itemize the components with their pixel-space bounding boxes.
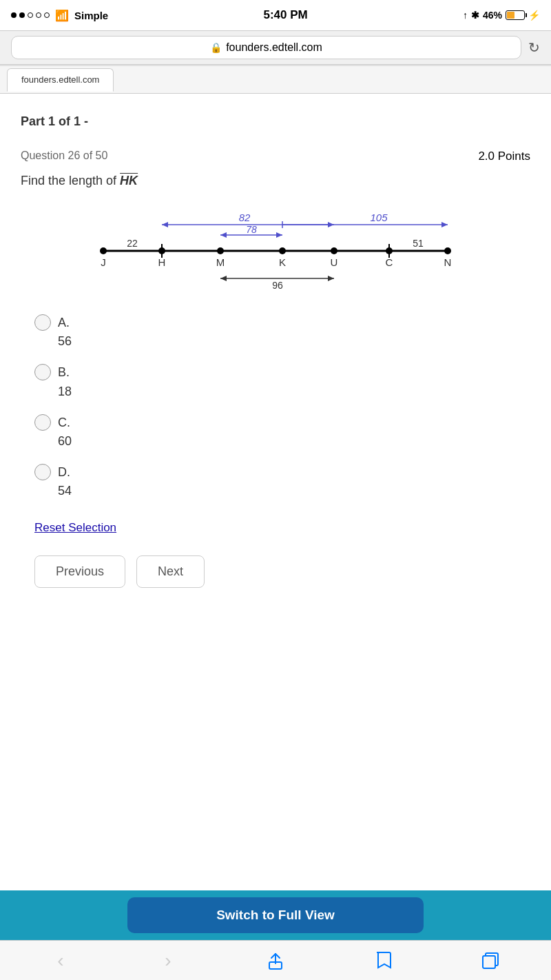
svg-marker-33 — [328, 276, 334, 281]
browser-bar: 🔒 founders.edtell.com ↻ — [0, 30, 551, 65]
question-number: Question 26 of 50 — [21, 150, 107, 162]
reset-selection-link[interactable]: Reset Selection — [34, 521, 116, 535]
svg-rect-37 — [483, 956, 495, 968]
carrier-info: 📶 Simple — [11, 9, 108, 22]
question-prefix: Find the length of — [21, 174, 120, 187]
answer-choices: A. 56 B. 18 C. 60 D. 54 Reset S — [21, 314, 530, 535]
svg-text:82: 82 — [239, 212, 251, 223]
svg-text:22: 22 — [127, 238, 138, 249]
svg-text:K: K — [279, 256, 286, 268]
system-icons: ↑ ✱ 46% ⚡ — [463, 10, 540, 21]
choice-a[interactable]: A. 56 — [34, 314, 517, 350]
ios-toolbar: ‹ › — [0, 940, 551, 980]
svg-text:M: M — [216, 256, 225, 268]
svg-text:C: C — [386, 256, 393, 268]
choice-b-content: B. 18 — [58, 364, 72, 400]
svg-text:96: 96 — [272, 280, 283, 291]
bookmarks-button[interactable] — [366, 946, 400, 976]
reload-button[interactable]: ↻ — [528, 39, 540, 56]
battery-percent: 46% — [483, 10, 502, 21]
svg-text:51: 51 — [413, 238, 424, 249]
choice-d-label: D. — [58, 465, 70, 479]
signal-dot-5 — [44, 12, 50, 18]
radio-c[interactable] — [34, 414, 51, 431]
number-line-diagram: J H M K U C N 22 51 82 105 — [83, 204, 468, 294]
nav-buttons: Previous Next — [21, 535, 530, 602]
question-text: Find the length of HK — [21, 172, 530, 190]
svg-text:78: 78 — [246, 224, 257, 235]
svg-point-2 — [444, 247, 451, 254]
segment-label: HK — [120, 174, 138, 187]
choice-d-content: D. 54 — [58, 464, 72, 500]
previous-button[interactable]: Previous — [34, 555, 125, 588]
svg-point-5 — [279, 247, 286, 254]
battery-icon — [506, 10, 525, 20]
choice-c-label: C. — [58, 416, 70, 429]
svg-text:105: 105 — [370, 212, 388, 223]
bluetooth-icon: ✱ — [471, 10, 479, 21]
signal-dot-1 — [11, 12, 17, 18]
svg-marker-32 — [220, 276, 227, 281]
choice-c-content: C. 60 — [58, 414, 72, 450]
tab-bar: founders.edtell.com — [0, 66, 551, 94]
diagram-container: J H M K U C N 22 51 82 105 — [21, 204, 530, 294]
share-button[interactable] — [258, 946, 293, 976]
tabs-button[interactable] — [473, 946, 508, 976]
question-header: Question 26 of 50 2.0 Points — [21, 150, 530, 163]
charging-icon: ⚡ — [528, 10, 540, 21]
choice-b[interactable]: B. 18 — [34, 364, 517, 400]
svg-marker-28 — [220, 232, 227, 238]
choice-c[interactable]: C. 60 — [34, 414, 517, 450]
lock-icon: 🔒 — [210, 42, 222, 53]
svg-marker-20 — [162, 222, 168, 227]
svg-point-6 — [331, 247, 337, 254]
choice-d[interactable]: D. 54 — [34, 464, 517, 500]
svg-text:J: J — [101, 256, 106, 268]
signal-dot-3 — [28, 12, 33, 18]
carrier-name: Simple — [74, 10, 108, 21]
svg-text:U: U — [331, 256, 338, 268]
wifi-icon: 📶 — [55, 9, 69, 22]
choice-a-content: A. 56 — [58, 314, 72, 350]
location-icon: ↑ — [463, 10, 468, 21]
forward-button[interactable]: › — [151, 946, 185, 976]
signal-dot-4 — [36, 12, 41, 18]
url-text: founders.edtell.com — [226, 41, 322, 54]
radio-d[interactable] — [34, 464, 51, 480]
next-button[interactable]: Next — [136, 555, 205, 588]
svg-text:H: H — [158, 256, 166, 268]
choice-c-value: 60 — [58, 433, 72, 450]
svg-point-1 — [100, 247, 107, 254]
choice-d-value: 54 — [58, 482, 72, 500]
question-points: 2.0 Points — [478, 150, 530, 163]
svg-marker-29 — [276, 232, 282, 238]
choice-a-label: A. — [58, 316, 70, 329]
svg-text:N: N — [444, 256, 452, 268]
choice-b-label: B. — [58, 365, 70, 379]
signal-dot-2 — [19, 12, 25, 18]
choice-b-value: 18 — [58, 383, 72, 400]
back-button[interactable]: ‹ — [43, 946, 78, 976]
switch-bar: Switch to Full View — [0, 890, 551, 940]
radio-a[interactable] — [34, 314, 51, 331]
active-tab[interactable]: founders.edtell.com — [7, 68, 114, 92]
url-bar[interactable]: 🔒 founders.edtell.com — [11, 36, 521, 59]
main-content: Part 1 of 1 - Question 26 of 50 2.0 Poin… — [0, 94, 551, 615]
status-bar: 📶 Simple 5:40 PM ↑ ✱ 46% ⚡ — [0, 0, 551, 30]
choice-a-value: 56 — [58, 333, 72, 350]
part-label: Part 1 of 1 - — [21, 114, 530, 129]
switch-to-full-view-button[interactable]: Switch to Full View — [127, 897, 424, 933]
svg-point-4 — [217, 247, 224, 254]
clock: 5:40 PM — [263, 8, 307, 22]
radio-b[interactable] — [34, 364, 51, 380]
svg-marker-24 — [441, 222, 448, 227]
